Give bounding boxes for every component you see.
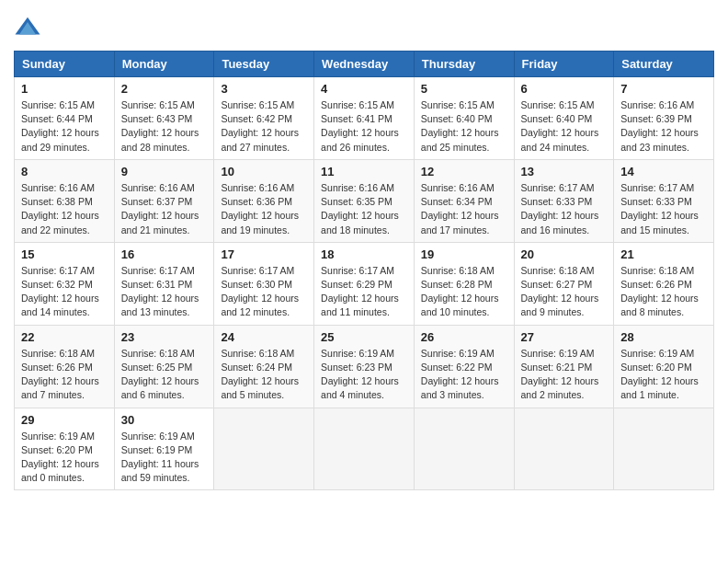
calendar-cell: 13Sunrise: 6:17 AMSunset: 6:33 PMDayligh… xyxy=(514,159,614,242)
day-info: Sunrise: 6:18 AMSunset: 6:27 PMDaylight:… xyxy=(521,264,608,320)
day-info: Sunrise: 6:18 AMSunset: 6:28 PMDaylight:… xyxy=(421,264,507,320)
day-number: 29 xyxy=(21,413,108,427)
calendar-cell: 28Sunrise: 6:19 AMSunset: 6:20 PMDayligh… xyxy=(614,325,714,408)
day-number: 11 xyxy=(321,165,407,178)
day-info: Sunrise: 6:19 AMSunset: 6:22 PMDaylight:… xyxy=(421,347,507,403)
day-number: 2 xyxy=(121,82,208,96)
day-info: Sunrise: 6:18 AMSunset: 6:25 PMDaylight:… xyxy=(121,347,208,403)
day-header-saturday: Saturday xyxy=(614,52,714,77)
day-number: 9 xyxy=(121,165,208,178)
day-info: Sunrise: 6:16 AMSunset: 6:36 PMDaylight:… xyxy=(221,181,307,237)
day-header-sunday: Sunday xyxy=(15,52,115,77)
days-of-week-row: SundayMondayTuesdayWednesdayThursdayFrid… xyxy=(15,52,714,77)
day-number: 7 xyxy=(620,82,707,96)
day-info: Sunrise: 6:15 AMSunset: 6:43 PMDaylight:… xyxy=(121,98,208,155)
calendar-cell: 25Sunrise: 6:19 AMSunset: 6:23 PMDayligh… xyxy=(314,325,415,408)
day-header-thursday: Thursday xyxy=(414,52,514,77)
day-info: Sunrise: 6:17 AMSunset: 6:32 PMDaylight:… xyxy=(21,264,108,320)
calendar-cell xyxy=(414,408,514,490)
day-info: Sunrise: 6:17 AMSunset: 6:29 PMDaylight:… xyxy=(321,264,407,320)
day-info: Sunrise: 6:17 AMSunset: 6:30 PMDaylight:… xyxy=(221,264,307,320)
calendar-cell: 22Sunrise: 6:18 AMSunset: 6:26 PMDayligh… xyxy=(15,325,115,408)
day-number: 17 xyxy=(221,247,307,261)
day-number: 22 xyxy=(21,330,108,344)
day-number: 1 xyxy=(21,82,108,96)
day-number: 12 xyxy=(421,165,507,178)
week-row-5: 29Sunrise: 6:19 AMSunset: 6:20 PMDayligh… xyxy=(15,408,714,490)
calendar-cell: 19Sunrise: 6:18 AMSunset: 6:28 PMDayligh… xyxy=(414,242,514,325)
day-header-tuesday: Tuesday xyxy=(214,52,314,77)
day-info: Sunrise: 6:16 AMSunset: 6:34 PMDaylight:… xyxy=(421,181,507,237)
day-number: 13 xyxy=(521,165,608,178)
day-number: 26 xyxy=(421,330,507,344)
day-number: 23 xyxy=(121,330,208,344)
day-info: Sunrise: 6:15 AMSunset: 6:41 PMDaylight:… xyxy=(321,98,407,155)
day-number: 4 xyxy=(321,82,407,96)
logo xyxy=(14,14,45,41)
calendar-cell: 2Sunrise: 6:15 AMSunset: 6:43 PMDaylight… xyxy=(114,77,214,160)
day-info: Sunrise: 6:19 AMSunset: 6:20 PMDaylight:… xyxy=(620,347,707,403)
calendar-cell: 21Sunrise: 6:18 AMSunset: 6:26 PMDayligh… xyxy=(614,242,714,325)
calendar-cell xyxy=(614,408,714,490)
calendar-cell: 16Sunrise: 6:17 AMSunset: 6:31 PMDayligh… xyxy=(114,242,214,325)
day-number: 21 xyxy=(620,247,707,261)
day-info: Sunrise: 6:16 AMSunset: 6:39 PMDaylight:… xyxy=(620,98,707,155)
calendar-cell: 18Sunrise: 6:17 AMSunset: 6:29 PMDayligh… xyxy=(314,242,415,325)
header xyxy=(14,14,714,41)
day-info: Sunrise: 6:19 AMSunset: 6:23 PMDaylight:… xyxy=(321,347,407,403)
day-info: Sunrise: 6:16 AMSunset: 6:35 PMDaylight:… xyxy=(321,181,407,237)
calendar-body: 1Sunrise: 6:15 AMSunset: 6:44 PMDaylight… xyxy=(15,77,714,490)
week-row-3: 15Sunrise: 6:17 AMSunset: 6:32 PMDayligh… xyxy=(15,242,714,325)
week-row-1: 1Sunrise: 6:15 AMSunset: 6:44 PMDaylight… xyxy=(15,77,714,160)
calendar-cell: 8Sunrise: 6:16 AMSunset: 6:38 PMDaylight… xyxy=(15,159,115,242)
calendar-cell: 20Sunrise: 6:18 AMSunset: 6:27 PMDayligh… xyxy=(514,242,614,325)
day-number: 10 xyxy=(221,165,307,178)
calendar-cell: 23Sunrise: 6:18 AMSunset: 6:25 PMDayligh… xyxy=(114,325,214,408)
week-row-4: 22Sunrise: 6:18 AMSunset: 6:26 PMDayligh… xyxy=(15,325,714,408)
day-info: Sunrise: 6:16 AMSunset: 6:38 PMDaylight:… xyxy=(21,181,108,237)
day-number: 24 xyxy=(221,330,307,344)
day-info: Sunrise: 6:19 AMSunset: 6:21 PMDaylight:… xyxy=(521,347,608,403)
day-number: 16 xyxy=(121,247,208,261)
calendar-cell: 5Sunrise: 6:15 AMSunset: 6:40 PMDaylight… xyxy=(414,77,514,160)
day-info: Sunrise: 6:17 AMSunset: 6:33 PMDaylight:… xyxy=(620,181,707,237)
day-number: 30 xyxy=(121,413,208,427)
day-info: Sunrise: 6:15 AMSunset: 6:40 PMDaylight:… xyxy=(521,98,608,155)
day-number: 14 xyxy=(620,165,707,178)
day-info: Sunrise: 6:16 AMSunset: 6:37 PMDaylight:… xyxy=(121,181,208,237)
calendar-cell: 30Sunrise: 6:19 AMSunset: 6:19 PMDayligh… xyxy=(114,408,214,490)
day-info: Sunrise: 6:18 AMSunset: 6:26 PMDaylight:… xyxy=(620,264,707,320)
calendar-cell: 4Sunrise: 6:15 AMSunset: 6:41 PMDaylight… xyxy=(314,77,415,160)
calendar-cell: 29Sunrise: 6:19 AMSunset: 6:20 PMDayligh… xyxy=(15,408,115,490)
calendar-cell: 1Sunrise: 6:15 AMSunset: 6:44 PMDaylight… xyxy=(15,77,115,160)
calendar-cell xyxy=(314,408,415,490)
calendar-cell xyxy=(214,408,314,490)
calendar-cell: 6Sunrise: 6:15 AMSunset: 6:40 PMDaylight… xyxy=(514,77,614,160)
day-number: 25 xyxy=(321,330,407,344)
day-number: 8 xyxy=(21,165,108,178)
calendar-cell: 27Sunrise: 6:19 AMSunset: 6:21 PMDayligh… xyxy=(514,325,614,408)
day-number: 19 xyxy=(421,247,507,261)
calendar-cell: 3Sunrise: 6:15 AMSunset: 6:42 PMDaylight… xyxy=(214,77,314,160)
calendar-cell: 9Sunrise: 6:16 AMSunset: 6:37 PMDaylight… xyxy=(114,159,214,242)
calendar-cell: 24Sunrise: 6:18 AMSunset: 6:24 PMDayligh… xyxy=(214,325,314,408)
calendar-cell: 11Sunrise: 6:16 AMSunset: 6:35 PMDayligh… xyxy=(314,159,415,242)
day-number: 20 xyxy=(521,247,608,261)
day-number: 18 xyxy=(321,247,407,261)
day-number: 5 xyxy=(421,82,507,96)
day-number: 27 xyxy=(521,330,608,344)
day-info: Sunrise: 6:15 AMSunset: 6:40 PMDaylight:… xyxy=(421,98,507,155)
calendar-header: SundayMondayTuesdayWednesdayThursdayFrid… xyxy=(15,52,714,77)
calendar-cell: 17Sunrise: 6:17 AMSunset: 6:30 PMDayligh… xyxy=(214,242,314,325)
day-header-friday: Friday xyxy=(514,52,614,77)
calendar-cell: 12Sunrise: 6:16 AMSunset: 6:34 PMDayligh… xyxy=(414,159,514,242)
day-info: Sunrise: 6:18 AMSunset: 6:24 PMDaylight:… xyxy=(221,347,307,403)
day-number: 15 xyxy=(21,247,108,261)
day-info: Sunrise: 6:19 AMSunset: 6:19 PMDaylight:… xyxy=(121,430,208,486)
day-number: 3 xyxy=(221,82,307,96)
day-info: Sunrise: 6:17 AMSunset: 6:33 PMDaylight:… xyxy=(521,181,608,237)
day-header-wednesday: Wednesday xyxy=(314,52,415,77)
calendar-cell: 15Sunrise: 6:17 AMSunset: 6:32 PMDayligh… xyxy=(15,242,115,325)
calendar-cell: 14Sunrise: 6:17 AMSunset: 6:33 PMDayligh… xyxy=(614,159,714,242)
logo-icon xyxy=(14,14,41,41)
